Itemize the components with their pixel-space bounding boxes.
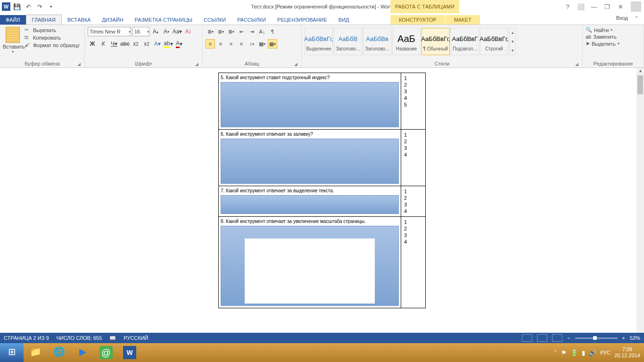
- tab-mailings[interactable]: РАССЫЛКИ: [231, 15, 272, 25]
- shading-button[interactable]: ▦▾: [257, 39, 267, 49]
- font-color-button[interactable]: A▾: [174, 39, 184, 49]
- taskbar-chrome[interactable]: 🌐: [47, 343, 71, 362]
- tray-clock[interactable]: 7:09 20.12.2014: [614, 346, 640, 359]
- strikethrough-button[interactable]: abc: [120, 39, 130, 49]
- format-painter-button[interactable]: 🖌Формат по образцу: [25, 42, 80, 49]
- clear-formatting-button[interactable]: A⃫: [183, 27, 193, 36]
- tab-design[interactable]: ДИЗАЙН: [96, 15, 129, 25]
- sign-in-link[interactable]: Вход: [616, 15, 628, 21]
- style-item[interactable]: АаБбВвГг,Строгий: [480, 28, 508, 55]
- taskbar-mail[interactable]: @: [94, 343, 118, 362]
- network-icon[interactable]: ▮: [582, 349, 585, 356]
- align-left-button[interactable]: ≡: [206, 39, 215, 49]
- style-item[interactable]: АаБбВЗаголово...: [334, 28, 362, 55]
- font-size-combo[interactable]: 16▾: [132, 27, 149, 36]
- clipboard-dialog-launcher[interactable]: ◢: [77, 62, 81, 66]
- input-language[interactable]: РУС: [600, 350, 611, 355]
- restore-button[interactable]: ❐: [602, 2, 613, 11]
- tab-home[interactable]: ГЛАВНАЯ: [26, 15, 62, 25]
- tray-up-icon[interactable]: ˄: [554, 349, 557, 356]
- font-name-combo[interactable]: Times New R▾: [88, 27, 131, 36]
- font-dialog-launcher[interactable]: ◢: [195, 62, 198, 66]
- cut-button[interactable]: ✂Вырезать: [25, 27, 80, 33]
- bullets-button[interactable]: ≣▾: [206, 27, 215, 36]
- sort-button[interactable]: A↓: [257, 27, 267, 36]
- proofing-icon[interactable]: 📖: [109, 335, 116, 341]
- highlight-button[interactable]: ab▾: [164, 39, 173, 49]
- justify-button[interactable]: ≡: [237, 39, 246, 49]
- vertical-scrollbar[interactable]: ▴ ▾: [636, 68, 644, 343]
- collapse-ribbon-button[interactable]: ˄: [635, 15, 638, 22]
- align-center-button[interactable]: ≡: [216, 39, 225, 49]
- subscript-button[interactable]: x2: [131, 39, 140, 49]
- flag-icon[interactable]: ⚑: [561, 349, 567, 356]
- word-count[interactable]: ЧИСЛО СЛОВ: 655: [57, 335, 102, 341]
- tab-review[interactable]: РЕЦЕНЗИРОВАНИЕ: [272, 15, 333, 25]
- language-indicator[interactable]: РУССКИЙ: [124, 335, 148, 341]
- status-bar: СТРАНИЦА 2 ИЗ 9 ЧИСЛО СЛОВ: 655 📖 РУССКИ…: [0, 333, 644, 343]
- grow-font-button[interactable]: A▴: [151, 27, 160, 36]
- tab-table-design[interactable]: КОНСТРУКТОР: [390, 15, 445, 25]
- user-avatar[interactable]: [631, 1, 641, 12]
- bold-button[interactable]: Ж: [88, 39, 97, 49]
- borders-button[interactable]: ▦▾: [268, 39, 277, 49]
- tab-page-layout[interactable]: РАЗМЕТКА СТРАНИЦЫ: [129, 15, 198, 25]
- taskbar-explorer[interactable]: 📁: [24, 343, 47, 362]
- taskbar-player[interactable]: ▶: [71, 343, 94, 362]
- paragraph-dialog-launcher[interactable]: ◢: [294, 62, 297, 66]
- qat-customize-button[interactable]: ▾: [46, 2, 56, 11]
- battery-icon[interactable]: 🔋: [570, 349, 578, 356]
- tab-insert[interactable]: ВСТАВКА: [62, 15, 96, 25]
- tab-table-layout[interactable]: МАКЕТ: [446, 15, 480, 25]
- show-marks-button[interactable]: ¶: [268, 27, 277, 36]
- zoom-level[interactable]: 53%: [630, 335, 640, 341]
- replace-button[interactable]: abЗаменить: [586, 34, 641, 40]
- taskbar-word[interactable]: W: [118, 343, 141, 362]
- align-right-button[interactable]: ≡: [226, 39, 236, 49]
- zoom-slider[interactable]: [575, 337, 618, 339]
- copy-button[interactable]: ⧉Копировать: [25, 34, 80, 41]
- select-button[interactable]: ➤Выделить ▾: [586, 41, 641, 47]
- superscript-button[interactable]: x2: [142, 39, 151, 49]
- italic-button[interactable]: К: [99, 39, 108, 49]
- text-effects-button[interactable]: A▾: [153, 39, 162, 49]
- decrease-indent-button[interactable]: ⇤: [237, 27, 246, 36]
- change-case-button[interactable]: Aa▾: [173, 27, 182, 36]
- style-item[interactable]: АаБНазвание: [392, 28, 421, 55]
- page-indicator[interactable]: СТРАНИЦА 2 ИЗ 9: [4, 335, 49, 341]
- find-button[interactable]: 🔍Найти ▾: [586, 27, 641, 33]
- web-layout-button[interactable]: [552, 334, 562, 342]
- ribbon-display-button[interactable]: ⬜: [575, 2, 586, 11]
- paste-button[interactable]: Вставить ▾: [3, 27, 23, 61]
- tab-file[interactable]: ФАЙЛ: [0, 15, 26, 25]
- scroll-up-button[interactable]: ▴: [636, 68, 644, 75]
- multilevel-button[interactable]: ≣▾: [226, 27, 236, 36]
- zoom-out-button[interactable]: −: [567, 335, 570, 341]
- minimize-button[interactable]: —: [588, 2, 600, 11]
- style-item[interactable]: АаБбВвЗаголово...: [363, 28, 391, 55]
- volume-icon[interactable]: 🔊: [589, 349, 596, 356]
- close-button[interactable]: ✕: [615, 2, 626, 11]
- tab-references[interactable]: ССЫЛКИ: [198, 15, 231, 25]
- help-button[interactable]: ?: [562, 2, 573, 11]
- document-area[interactable]: 5. Какой инструмент ставит подстрочный и…: [0, 68, 644, 343]
- tab-view[interactable]: ВИД: [333, 15, 355, 25]
- save-button[interactable]: 💾: [12, 2, 22, 11]
- print-layout-button[interactable]: [537, 334, 547, 342]
- redo-button[interactable]: ↷: [35, 2, 44, 11]
- line-spacing-button[interactable]: ↕▾: [247, 39, 256, 49]
- increase-indent-button[interactable]: ⇥: [247, 27, 256, 36]
- styles-dialog-launcher[interactable]: ◢: [575, 62, 578, 66]
- start-button[interactable]: ⊞: [0, 343, 24, 362]
- underline-button[interactable]: Ч▾: [109, 39, 119, 49]
- styles-more-button[interactable]: ▴▾▾: [509, 28, 516, 55]
- read-mode-button[interactable]: [522, 334, 532, 342]
- scroll-thumb[interactable]: [637, 75, 643, 94]
- style-item[interactable]: АаБбВвГПодзагол...: [451, 28, 479, 55]
- style-item[interactable]: АаБбВвГг,¶ Обычный: [421, 28, 450, 55]
- shrink-font-button[interactable]: A▾: [162, 27, 171, 36]
- zoom-in-button[interactable]: +: [622, 335, 625, 341]
- numbering-button[interactable]: ≣▾: [216, 27, 225, 36]
- undo-button[interactable]: ↶: [24, 2, 33, 11]
- style-item[interactable]: АаБбВвГг,Выделение: [305, 28, 333, 55]
